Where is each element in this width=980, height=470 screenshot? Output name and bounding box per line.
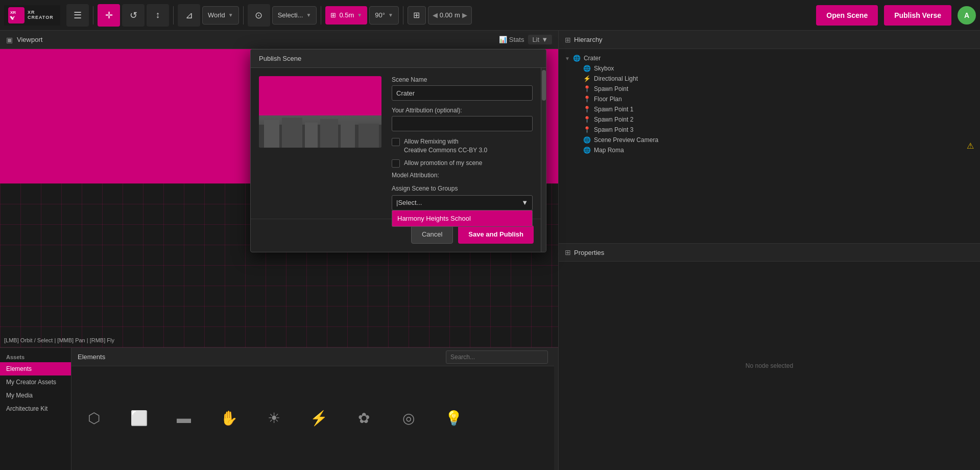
stats-button[interactable]: 📊 Stats	[499, 36, 524, 43]
tree-item-label: Spawn Point 3	[594, 126, 633, 133]
grid-button[interactable]: ⊞	[408, 6, 426, 25]
promotion-checkbox[interactable]	[392, 159, 400, 168]
thumbnail-city-area	[259, 115, 381, 148]
elements-scrollbar[interactable]	[554, 348, 558, 470]
transform-button[interactable]: ⊿	[178, 4, 200, 27]
world-dropdown[interactable]: World ▼	[202, 6, 239, 25]
element-icon-lightning[interactable]: ⚡	[306, 406, 331, 431]
tree-item-label: Floor Plan	[594, 96, 622, 103]
elements-panel: Elements ⬡ ⬜ ▬ ✋ ☀ ⚡ ✿ ◎ 💡	[71, 348, 554, 470]
lit-dropdown[interactable]: Lit ▼	[528, 35, 552, 44]
tree-node-icon: 🌐	[583, 65, 591, 72]
save-publish-button[interactable]: Save and Publish	[458, 225, 534, 244]
tree-item[interactable]: ▼🌐Crater	[559, 53, 980, 63]
svg-rect-0	[8, 7, 25, 24]
tree-item[interactable]: 📍Spawn Point	[559, 84, 980, 94]
elements-icons-area: ⬡ ⬜ ▬ ✋ ☀ ⚡ ✿ ◎ 💡	[71, 366, 554, 470]
promotion-label: Allow promotion of my scene	[404, 159, 482, 168]
remix-checkbox-row: Allow Remixing with Creative Commons CC-…	[392, 137, 533, 155]
assign-label: Assign Scene to Groups	[392, 185, 533, 192]
tree-node-icon: 🌐	[583, 147, 591, 154]
modal-scrollbar-thumb	[542, 70, 546, 101]
select-trigger[interactable]: |Select... ▼	[392, 195, 533, 210]
tree-item[interactable]: 🌐Skybox	[559, 63, 980, 74]
tree-item[interactable]: 🌐Scene Preview Camera	[559, 135, 980, 145]
cancel-button[interactable]: Cancel	[411, 225, 453, 244]
publish-verse-button[interactable]: Publish Verse	[884, 5, 951, 26]
tree-item-label: Spawn Point 2	[594, 116, 633, 123]
assets-section-title: Assets	[0, 352, 71, 362]
select-dropdown: Harmony Heights School	[392, 210, 533, 227]
viewport-icon: ▣	[6, 36, 13, 44]
svg-rect-3	[264, 120, 279, 148]
element-icon-target[interactable]: ◎	[396, 406, 421, 431]
angle-dropdown[interactable]: 90° ▼	[369, 6, 399, 25]
tree-item[interactable]: ⚡Directional Light	[559, 74, 980, 84]
modal-form: Scene Name Your Attribution (optional): …	[392, 76, 533, 210]
warning-icon: ⚠	[967, 141, 974, 151]
attribution-input[interactable]	[392, 116, 533, 131]
tree-item[interactable]: 📍Spawn Point 3	[559, 125, 980, 135]
elements-sidebar-item[interactable]: Elements	[0, 362, 71, 375]
tree-node-icon: ⚡	[583, 75, 591, 82]
toolbar-separator-4	[321, 6, 321, 25]
hand-icon: ✋	[217, 406, 241, 431]
toolbar: XR XR CREATOR ☰ ✛ ↺ ↕ ⊿ World ▼ ⊙ Select…	[0, 0, 980, 31]
my-creator-assets-item[interactable]: My Creator Assets	[0, 375, 71, 389]
snap-button[interactable]: ⊞ 0.5m ▼	[325, 6, 367, 25]
stats-chart-icon: 📊	[499, 36, 507, 43]
select-arrow-icon: ▼	[521, 199, 528, 206]
shapes-icon: ⬡	[82, 406, 106, 431]
harmony-heights-option[interactable]: Harmony Heights School	[392, 210, 532, 226]
tree-item[interactable]: 📍Spawn Point 2	[559, 114, 980, 125]
tree-node-icon: 📍	[583, 126, 591, 133]
assign-groups-select[interactable]: |Select... ▼ Harmony Heights School	[392, 195, 533, 210]
modal-body: Scene Name Your Attribution (optional): …	[251, 68, 546, 219]
scene-name-label: Scene Name	[392, 76, 533, 83]
toolbar-separator-1	[93, 6, 93, 25]
hierarchy-title: Hierarchy	[574, 36, 603, 43]
elements-tab[interactable]: Elements	[78, 351, 105, 363]
element-icon-box[interactable]: ⬜	[127, 406, 151, 431]
svg-rect-6	[320, 119, 338, 148]
scene-name-input[interactable]	[392, 85, 533, 101]
element-icon-hand[interactable]: ✋	[217, 406, 241, 431]
tree-item-label: Spawn Point	[594, 85, 628, 92]
elements-search-input[interactable]	[446, 350, 548, 364]
architecture-kit-item[interactable]: Architecture Kit	[0, 402, 71, 415]
modal-scrollbar[interactable]	[541, 68, 546, 252]
scale-button[interactable]: ↕	[147, 4, 169, 27]
user-avatar[interactable]: A	[958, 6, 976, 25]
element-icon-shapes[interactable]: ⬡	[82, 406, 106, 431]
my-media-item[interactable]: My Media	[0, 389, 71, 402]
angle-label: 90°	[375, 11, 385, 19]
element-icon-bulb[interactable]: 💡	[441, 406, 466, 431]
element-icon-flower[interactable]: ✿	[351, 406, 376, 431]
tree-item[interactable]: 📍Floor Plan	[559, 94, 980, 104]
remix-checkbox[interactable]	[392, 138, 400, 146]
element-icon-sun[interactable]: ☀	[261, 406, 286, 431]
tree-node-icon: 🌐	[583, 136, 591, 144]
no-node-label: No node selected	[746, 362, 793, 369]
modal-title: Publish Scene	[259, 55, 301, 62]
selection-icon-button[interactable]: ⊙	[248, 4, 270, 27]
snap-dropdown-arrow: ▼	[357, 12, 362, 18]
snap-label: 0.5m	[339, 11, 354, 19]
coord-left-arrow[interactable]: ◀	[433, 11, 438, 19]
menu-button[interactable]: ☰	[66, 4, 89, 27]
selection-label: Selecti...	[278, 11, 303, 19]
toolbar-separator-5	[403, 6, 403, 25]
coord-right-arrow[interactable]: ▶	[462, 11, 467, 19]
thumbnail-pink-area	[259, 76, 381, 115]
hierarchy-header: ⊞ Hierarchy	[559, 31, 980, 49]
selection-dropdown[interactable]: Selecti... ▼	[272, 6, 317, 25]
refresh-button[interactable]: ↺	[122, 4, 145, 27]
move-tool-button[interactable]: ✛	[98, 4, 120, 27]
element-icon-plane[interactable]: ▬	[172, 406, 196, 431]
tree-item[interactable]: 📍Spawn Point 1	[559, 104, 980, 114]
world-label: World	[208, 11, 225, 19]
logo-text: XR CREATOR	[28, 10, 54, 20]
tree-item[interactable]: 🌐Map Roma	[559, 145, 980, 155]
open-scene-button[interactable]: Open Scene	[816, 5, 878, 26]
assets-sidebar: Assets Elements My Creator Assets My Med…	[0, 348, 71, 470]
